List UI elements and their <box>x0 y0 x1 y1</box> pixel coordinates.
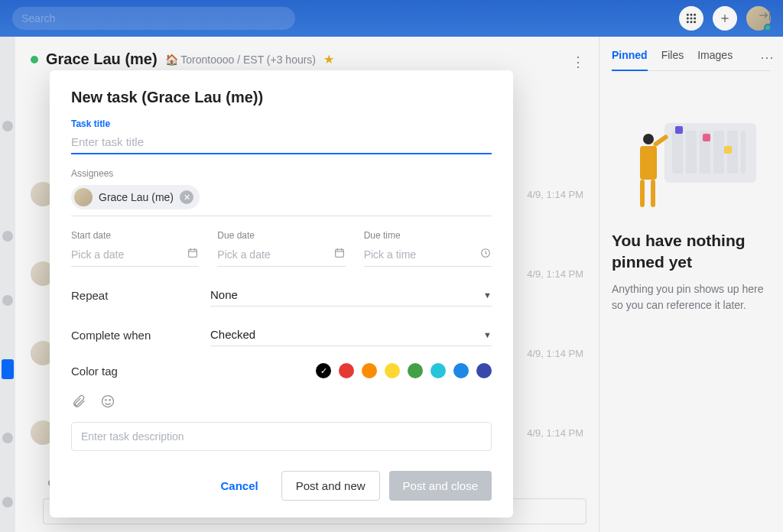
clock-icon <box>479 247 492 261</box>
svg-point-31 <box>106 400 106 401</box>
complete-when-label: Complete when <box>71 329 210 342</box>
emoji-icon[interactable] <box>100 394 115 413</box>
task-title-label: Task title <box>71 118 492 129</box>
svg-point-30 <box>102 396 114 407</box>
complete-when-select[interactable]: Checked ▼ <box>210 323 492 346</box>
color-swatch[interactable] <box>430 363 446 378</box>
color-tag-options: ✓ <box>316 363 492 378</box>
chevron-down-icon: ▼ <box>483 330 492 339</box>
svg-rect-21 <box>189 249 197 257</box>
avatar <box>74 188 93 206</box>
task-description-input[interactable] <box>71 422 492 451</box>
task-title-input[interactable] <box>71 131 492 154</box>
new-task-modal: New task (Grace Lau (me)) Task title Ass… <box>50 70 513 517</box>
color-swatch[interactable] <box>476 363 492 378</box>
svg-point-32 <box>109 400 110 401</box>
due-date-input[interactable]: Pick a date <box>217 242 345 267</box>
modal-title: New task (Grace Lau (me)) <box>71 89 492 106</box>
post-and-close-button[interactable]: Post and close <box>389 471 492 501</box>
due-date-placeholder: Pick a date <box>217 248 270 261</box>
calendar-icon <box>187 247 199 261</box>
start-date-input[interactable]: Pick a date <box>71 242 199 267</box>
repeat-select[interactable]: None ▼ <box>210 284 492 307</box>
start-date-placeholder: Pick a date <box>71 248 124 261</box>
repeat-label: Repeat <box>71 289 210 302</box>
due-time-input[interactable]: Pick a time <box>364 242 492 267</box>
repeat-value: None <box>210 288 238 301</box>
color-swatch[interactable] <box>453 363 469 378</box>
start-date-label: Start date <box>71 230 199 241</box>
due-time-label: Due time <box>364 230 492 241</box>
complete-when-value: Checked <box>210 328 255 341</box>
color-swatch[interactable] <box>385 363 400 378</box>
remove-assignee-icon[interactable]: ✕ <box>180 190 193 204</box>
chevron-down-icon: ▼ <box>483 290 492 300</box>
attach-icon[interactable] <box>71 394 86 413</box>
post-and-new-button[interactable]: Post and new <box>281 471 380 501</box>
cancel-button[interactable]: Cancel <box>206 471 271 501</box>
color-swatch[interactable] <box>362 363 377 378</box>
color-swatch[interactable]: ✓ <box>316 363 331 378</box>
assignees-label: Assignees <box>71 168 492 179</box>
color-swatch[interactable] <box>339 363 354 378</box>
due-date-label: Due date <box>217 230 345 241</box>
due-time-placeholder: Pick a time <box>364 248 416 261</box>
calendar-icon <box>333 247 346 261</box>
svg-rect-25 <box>335 249 343 257</box>
color-swatch[interactable] <box>408 363 423 378</box>
assignee-name: Grace Lau (me) <box>99 191 174 203</box>
assignee-chip: Grace Lau (me) ✕ <box>71 185 200 209</box>
color-tag-label: Color tag <box>71 365 210 378</box>
